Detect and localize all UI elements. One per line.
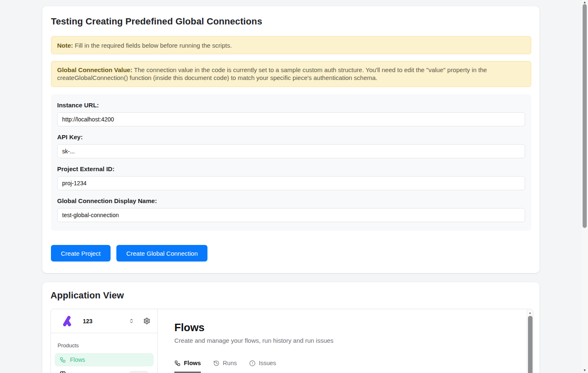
chevrons-up-down-icon xyxy=(129,318,134,324)
instance-url-input[interactable] xyxy=(57,112,525,126)
sidebar-item-flows[interactable]: Flows xyxy=(55,353,154,366)
flows-page-title: Flows xyxy=(174,321,527,334)
alert-circle-icon xyxy=(249,360,255,366)
global-connection-display-name-input[interactable] xyxy=(57,208,525,222)
app-scrollbar[interactable]: ▲ xyxy=(527,309,533,373)
tab-issues[interactable]: Issues xyxy=(249,360,276,373)
instance-url-label: Instance URL: xyxy=(57,102,525,109)
tab-flows[interactable]: Flows xyxy=(174,360,201,373)
history-icon xyxy=(213,360,219,366)
note-alert-label: Note: xyxy=(57,42,73,49)
flows-tab-bar: Flows Runs Issues xyxy=(174,360,527,373)
app-main: Flows Create and manage your flows, run … xyxy=(158,309,527,373)
application-view-card: Application View 123 xyxy=(42,282,540,373)
api-key-label: API Key: xyxy=(57,133,525,140)
app-scroll-up-icon[interactable]: ▲ xyxy=(529,311,532,315)
note-alert-text: Fill in the required fields below before… xyxy=(73,42,232,49)
action-buttons: Create Project Create Global Connection xyxy=(51,245,531,262)
activepieces-logo-icon xyxy=(61,315,73,327)
flows-page-subtitle: Create and manage your flows, run histor… xyxy=(174,337,527,344)
sidebar-item-tables[interactable] xyxy=(55,371,154,373)
global-connection-value-alert: Global Connection Value: The connection … xyxy=(51,61,531,87)
page-scrollbar[interactable]: ▲ ▼ xyxy=(581,0,588,373)
sidebar-item-flows-label: Flows xyxy=(70,356,85,363)
page-title: Testing Creating Predefined Global Conne… xyxy=(51,16,531,27)
tab-flows-label: Flows xyxy=(184,360,201,366)
gcv-alert-label: Global Connection Value: xyxy=(57,66,133,73)
project-switcher-button[interactable] xyxy=(129,318,134,324)
page-scroll-down-icon[interactable]: ▼ xyxy=(583,368,586,373)
settings-button[interactable] xyxy=(143,317,150,325)
sidebar-header: 123 xyxy=(51,309,157,333)
gear-icon xyxy=(143,317,150,325)
connection-form: Instance URL: API Key: Project External … xyxy=(51,94,531,231)
create-global-connection-button[interactable]: Create Global Connection xyxy=(116,245,208,262)
tab-runs-label: Runs xyxy=(223,360,237,366)
create-project-button[interactable]: Create Project xyxy=(51,245,111,262)
products-section-label: Products xyxy=(58,342,154,349)
tab-runs[interactable]: Runs xyxy=(213,360,237,373)
table-icon xyxy=(60,371,66,373)
note-alert: Note: Fill in the required fields below … xyxy=(51,36,531,54)
app-sidebar: 123 Products xyxy=(51,309,158,373)
page-scrollbar-thumb[interactable] xyxy=(583,4,587,228)
api-key-input[interactable] xyxy=(57,144,525,158)
project-external-id-input[interactable] xyxy=(57,176,525,190)
tab-issues-label: Issues xyxy=(259,360,276,366)
global-connection-display-name-label: Global Connection Display Name: xyxy=(57,197,525,204)
embedded-app: 123 Products xyxy=(51,309,533,373)
tester-card: Testing Creating Predefined Global Conne… xyxy=(42,6,540,273)
app-scrollbar-thumb[interactable] xyxy=(528,316,533,373)
application-view-title: Application View xyxy=(51,290,531,301)
workflow-icon xyxy=(174,360,181,366)
workflow-icon xyxy=(60,357,66,363)
sidebar-nav: Products Flows xyxy=(51,333,157,373)
project-external-id-label: Project External ID: xyxy=(57,165,525,172)
project-name: 123 xyxy=(83,318,92,325)
beta-badge xyxy=(129,371,149,373)
